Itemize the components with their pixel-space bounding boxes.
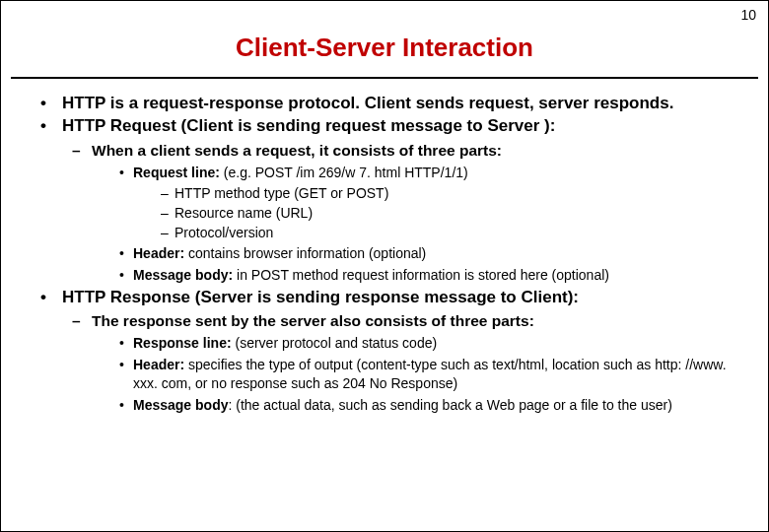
header-label: Header: (133, 245, 184, 261)
slide-title: Client-Server Interaction (1, 33, 768, 63)
response-line-rest: (server protocol and status code) (232, 335, 438, 351)
slide: 10 Client-Server Interaction HTTP is a r… (0, 0, 769, 532)
divider (11, 77, 758, 79)
bullet-3-1-text: The response sent by the server also con… (92, 312, 534, 329)
content-area: HTTP is a request-response protocol. Cli… (1, 93, 768, 415)
response-header-label: Header: (133, 357, 184, 372)
bullet-3-text: HTTP Response (Server is sending respons… (62, 288, 579, 306)
bullet-1: HTTP is a request-response protocol. Cli… (17, 93, 752, 113)
bullet-2-1-2: Header: contains browser information (op… (92, 244, 752, 263)
bullet-3-1-2: Header: specifies the type of output (co… (92, 356, 752, 393)
bullet-2-1-1-a: HTTP method type (GET or POST) (133, 184, 752, 202)
message-body-label: Message body: (133, 267, 233, 283)
bullet-2-text: HTTP Request (Client is sending request … (62, 116, 555, 135)
bullet-2-1: When a client sends a request, it consis… (62, 141, 752, 285)
request-line-label: Request line: (133, 165, 220, 180)
bullet-2-1-text: When a client sends a request, it consis… (92, 142, 502, 159)
bullet-2: HTTP Request (Client is sending request … (17, 115, 752, 285)
message-body-rest: in POST method request information is st… (233, 267, 609, 283)
page-number: 10 (740, 7, 756, 23)
bullet-3: HTTP Response (Server is sending respons… (17, 287, 752, 415)
bullet-3-1: The response sent by the server also con… (62, 311, 752, 415)
header-rest: contains browser information (optional) (184, 245, 426, 261)
bullet-2-1-1-c: Protocol/version (133, 224, 752, 241)
bullet-2-1-1: Request line: (e.g. POST /im 269/w 7. ht… (92, 164, 752, 241)
bullet-3-1-3: Message body: (the actual data, such as … (92, 396, 752, 415)
bullet-2-1-1-b: Resource name (URL) (133, 204, 752, 222)
response-body-rest: : (the actual data, such as sending back… (228, 397, 671, 413)
response-header-rest: specifies the type of output (content-ty… (133, 357, 727, 391)
request-line-rest: (e.g. POST /im 269/w 7. html HTTP/1/1) (220, 165, 468, 180)
bullet-2-1-3: Message body: in POST method request inf… (92, 266, 752, 285)
response-body-label: Message body (133, 397, 228, 413)
bullet-3-1-1: Response line: (server protocol and stat… (92, 334, 752, 353)
response-line-label: Response line: (133, 335, 232, 351)
